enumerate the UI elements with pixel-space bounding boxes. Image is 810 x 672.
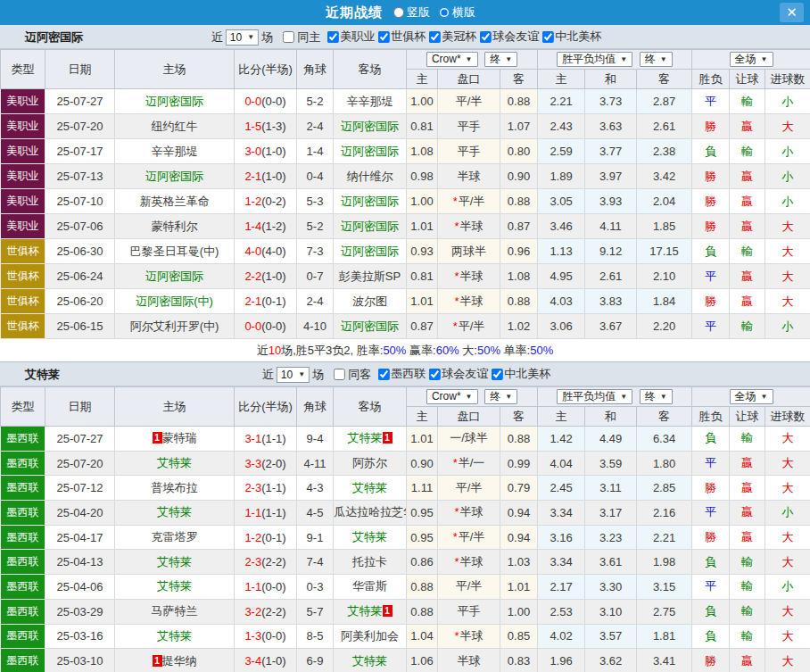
ah-line-cell: 平手 [438, 114, 500, 139]
away-team-cell: 彭美拉斯SP [334, 264, 407, 289]
scope-select[interactable]: 全场 [730, 52, 773, 67]
result-goals-cell: 大 [765, 550, 810, 575]
result-wdl-cell: 平 [692, 314, 730, 339]
scope-select[interactable]: 全场 [730, 389, 773, 404]
near-label: 近 [262, 367, 274, 383]
wdl-odds-group: 胜平负均值 终 [538, 387, 692, 407]
ah-home-odds: 1.01 [407, 427, 438, 452]
corner-cell: 4-3 [297, 476, 334, 501]
same-venue-checkbox[interactable] [283, 31, 294, 43]
team1-same-venue-filter[interactable]: 同主 [283, 29, 320, 46]
team1-recent-count-select[interactable]: 10 [226, 29, 259, 46]
league-filter-球会友谊[interactable]: 球会友谊 [480, 29, 539, 45]
eu-draw-odds: 3.62 [585, 649, 637, 672]
date-cell: 25-06-20 [45, 289, 115, 314]
result-goals-cell: 小 [765, 189, 810, 214]
odds-stage-select[interactable]: 终 [484, 389, 517, 404]
match-row: 墨西联25-04-17克雷塔罗1-2(0-1)9-1艾特莱0.95*平/半0.9… [1, 525, 810, 550]
corner-cell: 5-3 [297, 189, 334, 214]
team2-recent-count-select[interactable]: 10 [277, 367, 310, 383]
result-handicap-cell: 贏 [730, 476, 765, 501]
vertical-layout-option[interactable]: 竖版 [393, 4, 430, 21]
odds-stage-select[interactable]: 终 [484, 52, 517, 67]
team2-same-venue-filter[interactable]: 同客 [334, 367, 371, 383]
match-row: 墨西联25-07-271蒙特瑞3-1(1-1)9-4艾特莱11.01一/球半0.… [1, 427, 810, 452]
match-row: 世俱杯25-06-15阿尔艾利开罗(中)0-0(0-0)4-10迈阿密国际0.8… [1, 314, 810, 339]
same-venue-checkbox[interactable] [334, 369, 345, 380]
horizontal-radio[interactable] [439, 7, 450, 18]
sub-ah-line: 盘口 [438, 70, 500, 89]
corner-cell: 5-2 [297, 89, 334, 114]
eu-draw-odds: 3.93 [585, 189, 637, 214]
away-team-cell: 波尔图 [334, 289, 407, 314]
league-type-cell: 美职业 [1, 214, 45, 239]
ah-line-cell: *平/半 [438, 314, 500, 339]
league-checkbox[interactable] [429, 369, 441, 380]
league-filter-美职业[interactable]: 美职业 [327, 29, 375, 45]
team1-filter-row: 迈阿密国际 近 10 场 同主 美职业世俱杯美冠杯球会友谊中北美杯 [0, 25, 810, 49]
league-type-cell: 墨西联 [1, 649, 45, 672]
score-cell: 1-1(1-1) [235, 501, 297, 526]
league-filter-中北美杯[interactable]: 中北美杯 [542, 29, 601, 45]
title-bar: 近期战绩 竖版 横版 ✕ [0, 0, 810, 25]
team2-results-table: 类型 日期 主场 比分(半场) 角球 客场 Crow* 终 胜平负均值 终 全场 [0, 386, 810, 672]
result-goals-cell: 小 [765, 89, 810, 114]
sub-eu-home: 主 [538, 70, 585, 89]
eu-draw-odds: 3.57 [585, 624, 637, 649]
result-group: 全场 [692, 50, 810, 70]
league-checkbox[interactable] [378, 369, 390, 380]
ah-away-odds: 0.99 [500, 451, 538, 476]
ah-away-odds: 1.00 [500, 599, 538, 624]
league-checkbox[interactable] [492, 369, 503, 380]
home-team-cell: 巴黎圣日耳曼(中) [115, 239, 235, 264]
eu-home-odds: 3.05 [538, 189, 585, 214]
col-corner: 角球 [297, 387, 334, 427]
sub-res-handicap: 让球 [730, 407, 765, 427]
eu-home-odds: 3.06 [538, 314, 585, 339]
league-filter-球会友谊[interactable]: 球会友谊 [429, 366, 488, 382]
ah-line-cell: *半球 [438, 550, 500, 575]
league-type-cell: 美职业 [1, 164, 45, 189]
sub-ah-away: 客 [500, 70, 538, 89]
date-cell: 25-07-06 [45, 214, 115, 239]
eu-away-odds: 1.81 [637, 624, 692, 649]
result-wdl-cell: 勝 [692, 476, 730, 501]
result-wdl-cell: 平 [692, 501, 730, 526]
eu-away-odds: 3.15 [637, 575, 692, 600]
league-filter-墨西联[interactable]: 墨西联 [378, 366, 426, 382]
league-filter-世俱杯[interactable]: 世俱杯 [378, 29, 426, 45]
bookmaker-select[interactable]: Crow* [426, 52, 478, 67]
league-type-cell: 墨西联 [1, 525, 45, 550]
card-badge: 1 [153, 432, 162, 444]
league-checkbox[interactable] [429, 31, 441, 43]
league-filter-美冠杯[interactable]: 美冠杯 [429, 29, 476, 45]
close-button[interactable]: ✕ [780, 3, 804, 22]
eu-home-odds: 2.21 [538, 89, 585, 114]
sub-res-handicap: 让球 [730, 70, 765, 89]
wdl-mean-select[interactable]: 胜平负均值 [557, 389, 632, 404]
eu-draw-odds: 4.49 [585, 427, 637, 452]
home-team-cell: 迈阿密国际(中) [115, 289, 235, 314]
bookmaker-select[interactable]: Crow* [426, 389, 478, 404]
wdl-mean-select[interactable]: 胜平负均值 [557, 52, 632, 67]
league-checkbox[interactable] [378, 31, 390, 43]
league-checkbox[interactable] [480, 31, 492, 43]
team2-name: 艾特莱 [25, 362, 60, 386]
score-cell: 4-0(4-0) [235, 239, 297, 264]
ah-home-odds: 0.90 [407, 451, 438, 476]
horizontal-layout-option[interactable]: 横版 [439, 4, 475, 21]
ah-away-odds: 0.88 [500, 189, 538, 214]
league-checkbox[interactable] [327, 31, 339, 43]
wdl-stage-select[interactable]: 终 [640, 389, 673, 404]
vertical-radio[interactable] [393, 7, 404, 18]
ah-line-cell: 平手 [438, 139, 500, 164]
league-type-cell: 世俱杯 [1, 289, 45, 314]
eu-home-odds: 2.59 [538, 139, 585, 164]
match-row: 美职业25-07-20纽约红牛1-5(1-3)2-4迈阿密国际0.81平手1.0… [1, 114, 810, 139]
home-team-cell: 辛辛那堤 [115, 139, 235, 164]
ah-away-odds: 0.90 [500, 164, 538, 189]
result-goals-cell: 大 [765, 289, 810, 314]
league-filter-中北美杯[interactable]: 中北美杯 [492, 366, 550, 382]
league-checkbox[interactable] [542, 31, 554, 43]
wdl-stage-select[interactable]: 终 [640, 52, 673, 67]
